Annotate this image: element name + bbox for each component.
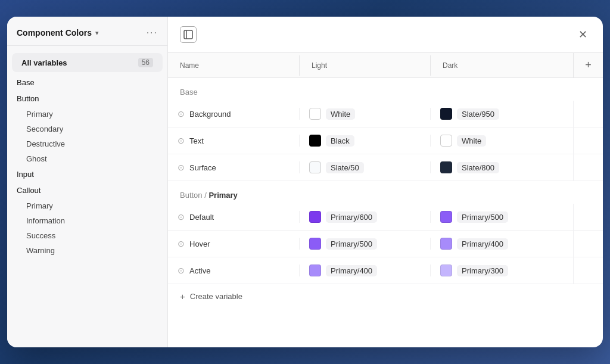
all-variables-label: All variables: [21, 58, 67, 67]
table-row: ⊙ Background White Slate/950: [168, 101, 603, 127]
cell-dark-surface[interactable]: Slate/800: [430, 161, 573, 173]
dark-value-text: White: [457, 135, 486, 147]
cell-extra-active: [573, 257, 603, 284]
all-variables-item[interactable]: All variables 56: [12, 53, 163, 72]
light-value-background: White: [326, 108, 355, 120]
table-row: ⊙ Active Primary/400 Primary/300: [168, 257, 603, 284]
cell-dark-default[interactable]: Primary/500: [430, 211, 573, 223]
create-variable-label: Create variable: [190, 292, 242, 301]
sidebar-item-callout[interactable]: Callout: [7, 182, 167, 198]
dark-value-hover: Primary/400: [457, 238, 508, 250]
table-row: ⊙ Surface Slate/50 Slate/800: [168, 154, 603, 181]
dark-value-default: Primary/500: [457, 211, 508, 223]
cell-name-surface: ⊙ Surface: [168, 163, 299, 172]
cell-dark-hover[interactable]: Primary/400: [430, 238, 573, 250]
table-body: Base ⊙ Background White Slate/950: [168, 78, 603, 347]
sidebar-item-button-primary[interactable]: Primary: [7, 107, 167, 122]
cell-name-hover: ⊙ Hover: [168, 239, 299, 248]
table-row: ⊙ Default Primary/600 Primary/500: [168, 204, 603, 231]
cell-light-background[interactable]: White: [299, 108, 430, 120]
light-value-hover: Primary/500: [326, 238, 377, 250]
cell-light-surface[interactable]: Slate/50: [299, 161, 430, 173]
sidebar-item-base[interactable]: Base: [7, 74, 167, 91]
cell-light-default[interactable]: Primary/600: [299, 211, 430, 223]
var-name-default: Default: [189, 213, 214, 222]
dark-value-active: Primary/300: [457, 265, 508, 276]
group-button-primary-label: Button / Primary: [180, 191, 238, 200]
sidebar-item-button[interactable]: Button: [7, 91, 167, 107]
header-left: [180, 26, 197, 43]
modal: Component Colors ▾ ··· All variables 56 …: [7, 17, 603, 347]
sidebar-header: Component Colors ▾ ···: [7, 17, 167, 46]
light-value-text: Black: [326, 135, 354, 147]
dark-color-chip-hover: [440, 238, 452, 250]
dark-value-background: Slate/950: [457, 108, 499, 120]
dark-value-surface: Slate/800: [457, 162, 499, 173]
group-base-label: Base: [180, 88, 198, 97]
plus-icon: +: [180, 291, 185, 301]
more-options-icon[interactable]: ···: [147, 27, 158, 38]
main-panel: ✕ Name Light Dark + Base ⊙ Background: [168, 17, 603, 347]
variable-icon: ⊙: [178, 109, 185, 119]
sidebar-title-group: Component Colors ▾: [17, 28, 99, 38]
add-column-button[interactable]: +: [573, 53, 603, 77]
cell-dark-text[interactable]: White: [430, 135, 573, 147]
sidebar-item-button-secondary[interactable]: Secondary: [7, 122, 167, 136]
cell-light-text[interactable]: Black: [299, 135, 430, 147]
cell-name-default: ⊙ Default: [168, 212, 299, 222]
svg-rect-0: [184, 30, 192, 39]
var-name-background: Background: [189, 110, 231, 119]
light-color-chip-text: [309, 135, 321, 147]
sidebar-nav: All variables 56 Base Button Primary Sec…: [7, 46, 167, 263]
light-color-chip-hover: [309, 238, 321, 250]
cell-extra-background: [573, 101, 603, 127]
dark-color-chip-active: [440, 265, 452, 276]
cell-light-hover[interactable]: Primary/500: [299, 238, 430, 250]
all-variables-count: 56: [138, 58, 153, 67]
var-name-active: Active: [189, 266, 210, 275]
panel-toggle-icon[interactable]: [180, 26, 197, 43]
cell-name-text: ⊙ Text: [168, 136, 299, 145]
sidebar-item-input[interactable]: Input: [7, 166, 167, 182]
dark-color-chip-surface: [440, 161, 452, 173]
close-button[interactable]: ✕: [574, 26, 591, 43]
variable-icon: ⊙: [178, 136, 185, 145]
variable-icon: ⊙: [178, 212, 185, 222]
variable-icon: ⊙: [178, 239, 185, 248]
sidebar-title: Component Colors: [17, 28, 92, 38]
dark-color-chip-background: [440, 108, 452, 120]
sidebar-item-button-destructive[interactable]: Destructive: [7, 136, 167, 151]
cell-dark-active[interactable]: Primary/300: [430, 265, 573, 276]
light-color-chip-background: [309, 108, 321, 120]
sidebar-item-callout-information[interactable]: Information: [7, 213, 167, 228]
main-header: ✕: [168, 17, 603, 53]
cell-dark-background[interactable]: Slate/950: [430, 108, 573, 120]
cell-extra-hover: [573, 231, 603, 257]
light-color-chip-active: [309, 265, 321, 276]
col-header-name: Name: [168, 55, 299, 76]
sidebar-item-button-ghost[interactable]: Ghost: [7, 151, 167, 166]
dark-color-chip-default: [440, 211, 452, 223]
light-value-surface: Slate/50: [326, 162, 364, 173]
dark-color-chip-text: [440, 135, 452, 147]
chevron-down-icon[interactable]: ▾: [95, 29, 99, 37]
sidebar-item-callout-warning[interactable]: Warning: [7, 243, 167, 258]
sidebar-item-callout-primary[interactable]: Primary: [7, 198, 167, 213]
cell-name-active: ⊙ Active: [168, 266, 299, 275]
sidebar: Component Colors ▾ ··· All variables 56 …: [7, 17, 168, 347]
light-value-active: Primary/400: [326, 265, 377, 276]
variable-icon: ⊙: [178, 163, 185, 172]
sidebar-item-callout-success[interactable]: Success: [7, 228, 167, 243]
group-button-primary: Button / Primary: [168, 181, 603, 204]
cell-extra-surface: [573, 154, 603, 181]
var-name-surface: Surface: [189, 163, 216, 172]
create-variable-button[interactable]: + Create variable: [168, 284, 603, 309]
light-color-chip-default: [309, 211, 321, 223]
light-value-default: Primary/600: [326, 211, 377, 223]
cell-light-active[interactable]: Primary/400: [299, 265, 430, 276]
light-color-chip-surface: [309, 161, 321, 173]
variable-icon: ⊙: [178, 266, 185, 275]
cell-extra-default: [573, 204, 603, 230]
cell-name-background: ⊙ Background: [168, 109, 299, 119]
col-header-light: Light: [299, 55, 430, 76]
